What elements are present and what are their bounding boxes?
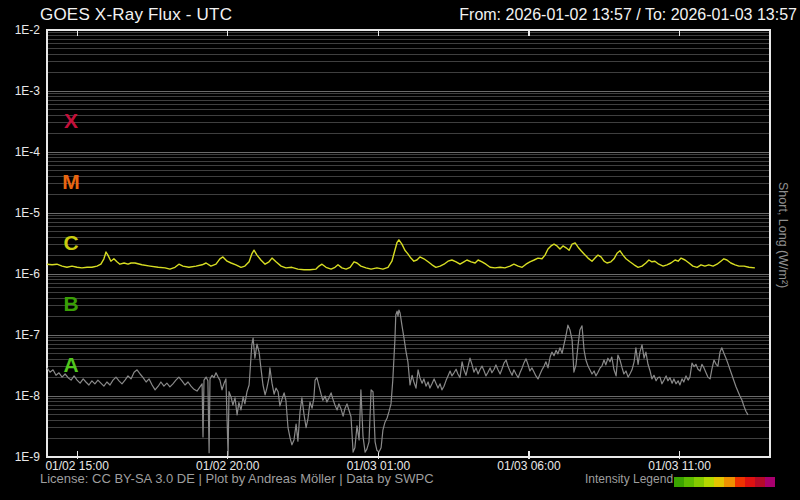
- legend-color-segment: [714, 477, 724, 487]
- series-short: [47, 310, 748, 455]
- legend-color-segment: [724, 477, 734, 487]
- right-axis-label: Short, Long (W/m²): [772, 182, 790, 312]
- legend-color-segment: [735, 477, 745, 487]
- license-text: License: CC BY-SA 3.0 DE | Plot by Andre…: [40, 471, 434, 486]
- series-long: [47, 240, 755, 270]
- legend-color-segment: [765, 477, 775, 487]
- legend-color-segment: [674, 477, 684, 487]
- xray-flux-chart: [0, 0, 800, 500]
- intensity-legend-label: Intensity Legend: [585, 472, 673, 486]
- goes-xray-flux-page: { "header": { "title": "GOES X-Ray Flux …: [0, 0, 800, 500]
- legend-color-segment: [745, 477, 755, 487]
- legend-color-segment: [694, 477, 704, 487]
- legend-color-segment: [684, 477, 694, 487]
- legend-color-segment: [704, 477, 714, 487]
- intensity-legend-bar: [674, 477, 775, 487]
- legend-color-segment: [755, 477, 765, 487]
